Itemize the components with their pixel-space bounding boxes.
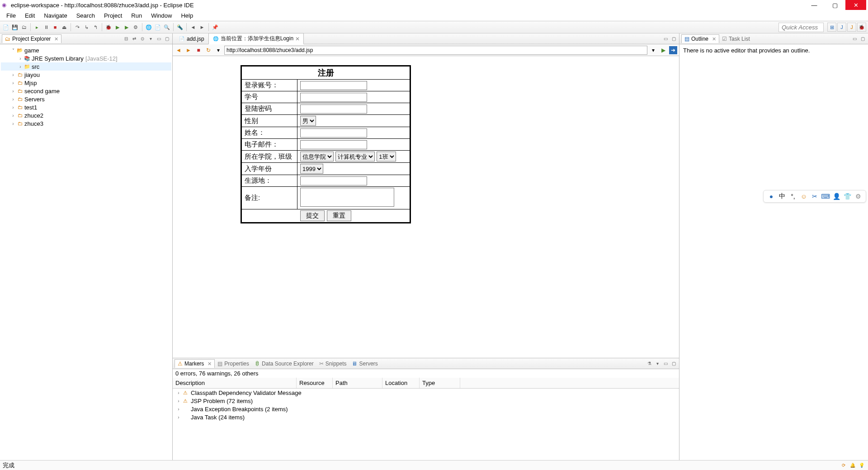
menu-run[interactable]: Run: [127, 12, 146, 19]
view-menu-icon[interactable]: ▾: [147, 35, 154, 43]
outline-tab[interactable]: ▤ Outline ✕: [681, 34, 719, 43]
browser-go-url-icon[interactable]: ➜: [669, 46, 677, 54]
project-explorer-tab[interactable]: 🗂 Project Explorer ✕: [2, 34, 61, 43]
pin-icon[interactable]: 📌: [211, 23, 219, 31]
status-updates-icon[interactable]: 🔔: [849, 462, 856, 469]
select-7[interactable]: 1999: [300, 164, 323, 174]
browser-forward-icon[interactable]: ►: [184, 46, 193, 54]
dock-shirt-icon[interactable]: 👕: [843, 192, 851, 200]
input-5[interactable]: [300, 140, 367, 149]
editor-tab-browser[interactable]: 🌐 当前位置：添加学生信息Login ✕: [208, 33, 304, 44]
floating-toolbar[interactable]: ● 中 °, ☺ ✂ ⌨ 👤 👕 ⚙: [763, 190, 866, 203]
markers-item[interactable]: ›Java Exception Breakpoints (2 items): [173, 405, 679, 413]
dock-keyboard-icon[interactable]: ⌨: [821, 192, 830, 200]
tasklist-tab[interactable]: ☑ Task List: [719, 35, 753, 43]
close-icon[interactable]: ✕: [295, 36, 300, 42]
menu-help[interactable]: Help: [176, 12, 198, 19]
dock-emoji-icon[interactable]: ☺: [800, 192, 808, 200]
markers-col-path[interactable]: Path: [333, 378, 382, 388]
data-source-explorer-tab[interactable]: 🛢 Data Source Explorer: [252, 360, 316, 368]
browser-go-icon[interactable]: ▶: [659, 46, 667, 54]
new-icon[interactable]: 📄: [2, 23, 10, 31]
select-6-1[interactable]: 计算机专业: [335, 152, 375, 161]
browser-stop-icon[interactable]: ■: [194, 46, 203, 54]
focus-icon[interactable]: ⊙: [139, 35, 146, 43]
textarea-9[interactable]: [300, 188, 394, 207]
dock-person-icon[interactable]: 👤: [832, 192, 840, 200]
project-tree[interactable]: ˅📂game›📚JRE System Library[JavaSE-12]›📁s…: [0, 44, 172, 460]
close-icon[interactable]: ✕: [54, 36, 58, 42]
step-return-icon[interactable]: ↰: [91, 23, 99, 31]
markers-item[interactable]: ›Java Task (24 items): [173, 413, 679, 421]
step-over-icon[interactable]: ↷: [73, 23, 81, 31]
menu-file[interactable]: File: [2, 12, 20, 19]
back-icon[interactable]: ◄: [189, 23, 197, 31]
minimize-button[interactable]: —: [804, 0, 825, 10]
new-server-icon[interactable]: 🌐: [145, 23, 153, 31]
input-2[interactable]: [300, 104, 367, 114]
tree-item-test1[interactable]: ›🗀test1: [1, 103, 171, 111]
dock-gear-icon[interactable]: ⚙: [854, 192, 862, 200]
menu-project[interactable]: Project: [99, 12, 127, 19]
browser-refresh-icon[interactable]: ↻: [204, 46, 212, 54]
disconnect-icon[interactable]: ⏏: [60, 23, 68, 31]
markers-col-type[interactable]: Type: [420, 378, 460, 388]
step-into-icon[interactable]: ↳: [82, 23, 90, 31]
open-type-icon[interactable]: 🔍: [163, 23, 171, 31]
close-button[interactable]: ✕: [845, 0, 866, 10]
link-editor-icon[interactable]: ⇄: [131, 35, 138, 43]
minimize-icon[interactable]: ▭: [662, 35, 669, 43]
browser-url-input[interactable]: [224, 46, 647, 55]
editor-tab-add-jsp[interactable]: 📄 add.jsp: [175, 34, 208, 44]
close-icon[interactable]: ✕: [712, 36, 716, 42]
stop-icon[interactable]: ■: [51, 23, 59, 31]
minimize-icon[interactable]: ▭: [662, 360, 669, 367]
new-jsp-icon[interactable]: 📄: [154, 23, 162, 31]
status-progress-icon[interactable]: ⟳: [840, 462, 847, 469]
external-tools-icon[interactable]: ⚙: [132, 23, 140, 31]
select-6-0[interactable]: 信息学院: [300, 152, 334, 161]
input-1[interactable]: [300, 93, 367, 102]
tree-item-Servers[interactable]: ›🗀Servers: [1, 95, 171, 103]
reset-button[interactable]: 重置: [327, 210, 351, 221]
tree-item-src[interactable]: ›📁src: [1, 62, 171, 71]
forward-icon[interactable]: ►: [198, 23, 206, 31]
markers-tab[interactable]: ⚠ Markers ✕: [175, 359, 215, 368]
menu-search[interactable]: Search: [72, 12, 99, 19]
markers-col-description[interactable]: Description: [173, 378, 297, 388]
url-dropdown-icon[interactable]: ▾: [649, 46, 657, 54]
maximize-icon[interactable]: ▢: [859, 35, 866, 43]
minimize-icon[interactable]: ▭: [155, 35, 162, 43]
perspective-java-icon[interactable]: J: [847, 23, 856, 32]
snippets-tab[interactable]: ✂ Snippets: [316, 360, 349, 368]
maximize-icon[interactable]: ▢: [163, 35, 170, 43]
close-icon[interactable]: ✕: [208, 361, 212, 367]
tree-item-zhuce2[interactable]: ›🗀zhuce2: [1, 111, 171, 119]
input-8[interactable]: [300, 176, 367, 185]
menu-window[interactable]: Window: [146, 12, 176, 19]
run-icon[interactable]: ▶: [113, 23, 122, 31]
run-last-icon[interactable]: ▶: [123, 23, 131, 31]
browser-back-icon[interactable]: ◄: [175, 46, 183, 54]
tree-item-Mjsp[interactable]: ›🗀Mjsp: [1, 79, 171, 87]
input-4[interactable]: [300, 128, 367, 138]
dock-scissors-icon[interactable]: ✂: [811, 192, 819, 200]
markers-col-location[interactable]: Location: [382, 378, 420, 388]
submit-button[interactable]: 提交: [300, 210, 325, 221]
properties-tab[interactable]: ▤ Properties: [215, 360, 252, 368]
search-icon[interactable]: 🔦: [176, 23, 184, 31]
menu-edit[interactable]: Edit: [20, 12, 39, 19]
browser-home-icon[interactable]: ▾: [214, 46, 222, 54]
save-all-icon[interactable]: 🗂: [20, 23, 28, 31]
tree-item-game[interactable]: ˅📂game: [1, 46, 171, 54]
tree-item-JRE-System-Library[interactable]: ›📚JRE System Library[JavaSE-12]: [1, 54, 171, 62]
filter-icon[interactable]: ⚗: [646, 360, 653, 367]
maximize-button[interactable]: ▢: [825, 0, 845, 10]
markers-col-resource[interactable]: Resource: [297, 378, 333, 388]
debug-icon[interactable]: 🐞: [104, 23, 113, 31]
resume-icon[interactable]: ▸: [33, 23, 41, 31]
collapse-all-icon[interactable]: ⊟: [123, 35, 130, 43]
servers-tab[interactable]: 🖥 Servers: [349, 360, 380, 368]
select-6-2[interactable]: 1班: [377, 152, 396, 161]
input-0[interactable]: [300, 81, 367, 90]
